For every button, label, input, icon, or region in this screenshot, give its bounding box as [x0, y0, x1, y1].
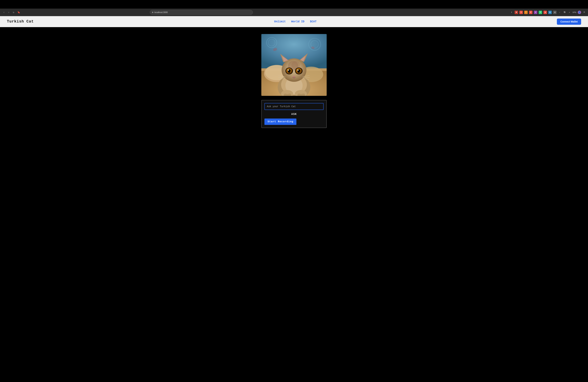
- back-button[interactable]: ‹: [2, 10, 6, 14]
- ask-input[interactable]: [264, 103, 324, 110]
- ext-k[interactable]: K: [548, 11, 552, 14]
- address-bar[interactable]: localhost:3000: [150, 10, 253, 15]
- svg-point-30: [297, 69, 299, 71]
- app-header: Turkish Cat Unlimit World ID $CAT Connec…: [0, 16, 588, 27]
- ext-t[interactable]: T: [539, 11, 542, 14]
- ext-notif[interactable]: 🔔: [524, 11, 528, 14]
- nav-scat[interactable]: $CAT: [310, 20, 316, 23]
- reload-button[interactable]: ↻: [12, 10, 16, 14]
- ext-a[interactable]: A: [544, 11, 547, 14]
- ask-button[interactable]: ASK: [264, 112, 324, 117]
- app-nav: Unlimit World ID $CAT: [274, 20, 316, 23]
- url-text: localhost:3000: [154, 11, 168, 14]
- top-black-bar: [0, 0, 588, 9]
- main-content: ASK Start Recording: [0, 27, 588, 382]
- browser-right-controls: ⬆ R ♥ 🔔 F C T A K ⚙ ♪ ⧉ ↗ VPN 👤 ≡: [510, 11, 586, 14]
- svg-point-29: [288, 69, 289, 71]
- cat-image: [261, 34, 327, 96]
- ext-brave[interactable]: R: [515, 11, 518, 14]
- bookmark-button[interactable]: 🔖: [17, 10, 21, 14]
- connect-wallet-button[interactable]: Connect Wallet: [557, 19, 581, 25]
- ext-gear[interactable]: ⚙: [553, 11, 557, 14]
- app-logo: Turkish Cat: [7, 19, 34, 24]
- start-recording-button[interactable]: Start Recording: [264, 118, 296, 125]
- browser-chrome: ‹ › ↻ 🔖 localhost:3000 ⬆ R ♥ 🔔 F C T A K…: [0, 9, 588, 16]
- svg-point-32: [299, 72, 300, 72]
- vpn-label[interactable]: VPN: [572, 11, 576, 13]
- nav-unlimit[interactable]: Unlimit: [274, 20, 286, 23]
- ext-heart[interactable]: ♥: [519, 11, 523, 14]
- ext-f[interactable]: F: [529, 11, 532, 14]
- ext-music[interactable]: ♪: [558, 11, 561, 14]
- ext-c[interactable]: C: [534, 11, 537, 14]
- svg-point-31: [290, 72, 291, 72]
- nav-buttons: ‹ › ↻: [2, 10, 16, 14]
- forward-button[interactable]: ›: [7, 10, 11, 14]
- nav-world-id[interactable]: World ID: [291, 20, 304, 23]
- interaction-panel: ASK Start Recording: [261, 100, 327, 128]
- ext-window[interactable]: ⧉: [563, 11, 566, 14]
- secure-indicator: [152, 12, 153, 13]
- ext-share[interactable]: ⬆: [510, 11, 513, 14]
- ext-link[interactable]: ↗: [567, 11, 571, 14]
- menu-icon[interactable]: ≡: [583, 11, 586, 14]
- cat-image-container: [261, 34, 327, 96]
- profile-icon[interactable]: 👤: [578, 11, 581, 14]
